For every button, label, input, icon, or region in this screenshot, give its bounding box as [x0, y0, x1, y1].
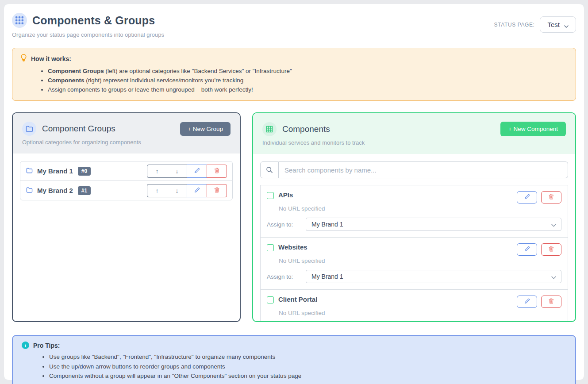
- new-group-button[interactable]: + New Group: [180, 122, 231, 136]
- new-component-button[interactable]: + New Component: [500, 122, 566, 136]
- assign-to-label: Assign to:: [267, 273, 306, 280]
- move-down-button[interactable]: ↓: [167, 165, 187, 178]
- search-input[interactable]: [279, 161, 568, 178]
- pro-tips-item: Use groups like "Backend", "Frontend", "…: [49, 352, 566, 362]
- how-it-works-callout: How it works: Component Groups (left) ar…: [12, 48, 576, 101]
- pencil-icon: [524, 194, 530, 201]
- component-card: Client Portal No URL specified Assign to…: [260, 289, 568, 322]
- page-header: Components & Groups Organize your status…: [12, 13, 576, 38]
- assign-group-value: My Brand 1: [311, 221, 343, 228]
- trash-icon: [214, 187, 219, 194]
- delete-component-button[interactable]: [541, 191, 561, 204]
- trash-icon: [214, 168, 219, 175]
- component-name: Client Portal: [278, 296, 317, 303]
- chevron-down-icon: [551, 222, 556, 227]
- search-icon: [260, 161, 279, 178]
- component-url-note: No URL specified: [279, 257, 561, 264]
- how-it-works-title: How it works:: [31, 55, 71, 62]
- folder-icon: [26, 187, 33, 195]
- how-it-works-item: Components (right) represent individual …: [48, 76, 568, 85]
- pencil-icon: [194, 187, 200, 194]
- pro-tips-callout: i Pro Tips: Use groups like "Backend", "…: [12, 335, 576, 384]
- component-checkbox[interactable]: [267, 192, 274, 199]
- edit-component-button[interactable]: [517, 243, 537, 256]
- lightbulb-icon: [20, 54, 27, 63]
- pro-tips-item: Use the up/down arrow buttons to reorder…: [49, 362, 566, 372]
- assign-group-select[interactable]: My Brand 1: [306, 218, 561, 231]
- delete-group-button[interactable]: [207, 165, 227, 178]
- group-name: My Brand 1: [37, 167, 73, 175]
- chevron-down-icon: [564, 23, 569, 27]
- components-panel: Components + New Component Individual se…: [252, 112, 576, 322]
- components-panel-title: Components: [282, 124, 330, 134]
- how-it-works-item: Assign components to groups or leave the…: [48, 85, 568, 94]
- trash-icon: [549, 194, 554, 201]
- status-page-label: STATUS PAGE:: [494, 22, 535, 28]
- components-panel-subtitle: Individual services and monitors to trac…: [262, 139, 566, 146]
- pro-tips-title: Pro Tips:: [33, 342, 60, 349]
- status-page-select-value: Test: [547, 21, 560, 28]
- component-card: Websites No URL specified Assign to: My …: [260, 237, 568, 290]
- main-card: Components & Groups Organize your status…: [4, 4, 584, 380]
- page-subtitle: Organize your status page components int…: [12, 31, 164, 38]
- component-search: [260, 161, 568, 178]
- edit-group-button[interactable]: [187, 184, 207, 197]
- status-page-control: STATUS PAGE: Test: [494, 16, 576, 33]
- assign-to-label: Assign to:: [267, 221, 306, 228]
- how-it-works-list: Component Groups (left) are optional cat…: [48, 66, 568, 94]
- info-icon: i: [22, 342, 29, 349]
- assign-group-value: My Brand 1: [311, 273, 343, 280]
- component-checkbox[interactable]: [267, 296, 274, 303]
- component-checkbox[interactable]: [267, 244, 274, 251]
- move-down-button[interactable]: ↓: [167, 184, 187, 197]
- group-row: My Brand 2 #1 ↑ ↓: [20, 180, 233, 200]
- component-url-note: No URL specified: [279, 205, 561, 212]
- groups-panel-title: Component Groups: [42, 124, 115, 134]
- folder-icon: [26, 167, 33, 175]
- move-up-button[interactable]: ↑: [147, 165, 167, 178]
- pro-tips-list: Use groups like "Backend", "Frontend", "…: [49, 352, 566, 381]
- pro-tips-item: Components without a group will appear i…: [49, 371, 566, 381]
- component-groups-panel: Component Groups + New Group Optional ca…: [12, 112, 241, 322]
- component-url-note: No URL specified: [279, 310, 561, 316]
- component-name: Websites: [278, 243, 307, 251]
- table-grid-icon: [262, 122, 277, 136]
- chevron-down-icon: [551, 274, 556, 279]
- component-name: APIs: [278, 191, 293, 199]
- edit-component-button[interactable]: [517, 191, 537, 204]
- components-grid-icon: [12, 13, 27, 28]
- delete-component-button[interactable]: [541, 243, 561, 256]
- group-name: My Brand 2: [37, 187, 73, 194]
- trash-icon: [549, 298, 554, 305]
- delete-group-button[interactable]: [207, 184, 227, 197]
- group-order-badge: #1: [78, 186, 91, 195]
- how-it-works-item: Component Groups (left) are optional cat…: [48, 66, 568, 76]
- folder-icon: [22, 122, 36, 136]
- edit-group-button[interactable]: [187, 165, 207, 178]
- component-card: APIs No URL specified Assign to: My Bran…: [260, 185, 568, 238]
- status-page-select[interactable]: Test: [540, 16, 576, 33]
- group-order-badge: #0: [78, 167, 91, 176]
- groups-list: My Brand 1 #0 ↑ ↓ My Brand 2 #1: [13, 154, 240, 321]
- pencil-icon: [524, 298, 530, 305]
- pencil-icon: [194, 168, 200, 175]
- group-row: My Brand 1 #0 ↑ ↓: [20, 161, 233, 181]
- move-up-button[interactable]: ↑: [147, 184, 167, 197]
- groups-panel-subtitle: Optional categories for organizing compo…: [22, 139, 231, 146]
- pencil-icon: [524, 246, 530, 253]
- page-title: Components & Groups: [32, 14, 155, 27]
- edit-component-button[interactable]: [517, 296, 537, 308]
- assign-group-select[interactable]: My Brand 1: [306, 270, 561, 283]
- trash-icon: [549, 246, 554, 253]
- delete-component-button[interactable]: [541, 296, 561, 308]
